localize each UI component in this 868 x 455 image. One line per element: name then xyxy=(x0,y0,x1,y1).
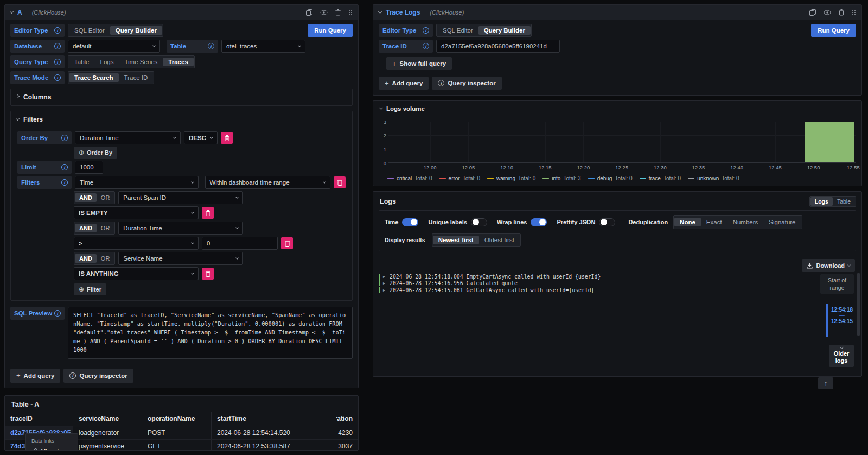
info-icon[interactable] xyxy=(61,179,68,186)
legend-item-critical[interactable]: criticalTotal: 0 xyxy=(387,175,432,181)
duplicate-icon[interactable] xyxy=(306,9,312,16)
collapse-chevron-icon[interactable] xyxy=(378,9,382,13)
delete-condition-button[interactable] xyxy=(202,268,214,280)
plot-area[interactable] xyxy=(388,122,856,163)
columns-section-header[interactable]: Columns xyxy=(16,93,347,102)
log-row[interactable]: ▸ 2024-06-28 12:54:16.956 Calculated quo… xyxy=(379,280,802,287)
and-option[interactable]: AND xyxy=(75,254,97,263)
scroll-to-top-button[interactable]: ↑ xyxy=(818,377,833,389)
condition-value-input[interactable]: 0 xyxy=(202,237,278,250)
info-icon[interactable] xyxy=(54,27,61,34)
col-header-operationname[interactable]: operationName xyxy=(142,412,212,426)
delete-condition-button[interactable] xyxy=(281,237,293,249)
info-icon[interactable] xyxy=(54,74,61,81)
query-builder-option[interactable]: Query Builder xyxy=(110,26,162,35)
oldest-first-option[interactable]: Oldest first xyxy=(479,236,520,244)
expand-chevron-icon[interactable]: ▸ xyxy=(383,288,387,293)
dedup-numbers[interactable]: Numbers xyxy=(727,218,764,226)
order-by-field-select[interactable]: Duration Time xyxy=(75,131,181,144)
condition-operator-select[interactable]: > xyxy=(74,237,199,250)
col-header-servicename[interactable]: serviceName xyxy=(73,412,142,426)
delete-filter-button[interactable] xyxy=(334,176,346,188)
download-button[interactable]: Download xyxy=(802,259,855,272)
query-type-logs[interactable]: Logs xyxy=(95,58,119,66)
condition-field-select[interactable]: Duration Time xyxy=(118,222,243,235)
legend-item-unknown[interactable]: unknownTotal: 0 xyxy=(688,175,739,181)
sql-editor-option[interactable]: SQL Editor xyxy=(437,26,478,35)
query-builder-option[interactable]: Query Builder xyxy=(478,26,531,35)
database-select[interactable]: default xyxy=(68,40,160,53)
expand-chevron-icon[interactable]: ▸ xyxy=(383,281,387,286)
wrap-lines-toggle[interactable] xyxy=(531,218,547,226)
add-query-button[interactable]: + Add query xyxy=(10,369,60,383)
sql-editor-option[interactable]: SQL Editor xyxy=(69,26,110,35)
query-type-timeseries[interactable]: Time Series xyxy=(119,58,163,66)
info-icon[interactable] xyxy=(54,43,61,49)
legend-item-debug[interactable]: debugTotal: 0 xyxy=(588,175,633,181)
info-logs-bar[interactable] xyxy=(805,122,854,162)
info-icon[interactable] xyxy=(61,164,68,170)
run-query-button[interactable]: Run Query xyxy=(308,24,353,37)
legend-item-trace[interactable]: traceTotal: 0 xyxy=(640,175,681,181)
prettify-json-toggle[interactable] xyxy=(599,218,615,226)
query-inspector-button[interactable]: Query inspector xyxy=(432,77,501,90)
delete-condition-button[interactable] xyxy=(202,207,214,219)
info-icon[interactable] xyxy=(54,59,61,65)
filter-field-select[interactable]: Time xyxy=(75,176,199,189)
col-header-traceid[interactable]: traceID xyxy=(5,412,73,426)
duplicate-icon[interactable] xyxy=(809,9,816,16)
col-header-duration[interactable]: duration xyxy=(336,412,358,426)
order-direction-select[interactable]: DESC xyxy=(184,131,218,144)
or-option[interactable]: OR xyxy=(97,224,114,232)
legend-item-error[interactable]: errorTotal: 0 xyxy=(439,175,480,181)
filters-section-header[interactable]: Filters xyxy=(16,115,347,124)
tab-table[interactable]: Table xyxy=(833,197,855,206)
drag-handle-icon[interactable] xyxy=(348,9,353,16)
query-inspector-button[interactable]: Query inspector xyxy=(63,369,133,383)
info-icon[interactable] xyxy=(208,43,214,49)
run-query-button[interactable]: Run Query xyxy=(811,24,856,37)
trace-search-option[interactable]: Trace Search xyxy=(69,73,119,82)
limit-input[interactable]: 1000 xyxy=(75,161,103,174)
info-icon[interactable] xyxy=(423,43,429,49)
condition-operator-select[interactable]: IS EMPTY xyxy=(74,206,199,219)
unique-labels-toggle[interactable] xyxy=(471,218,487,226)
add-query-button[interactable]: + Add query xyxy=(379,77,429,90)
logs-volume-header[interactable]: Logs volume xyxy=(373,104,861,115)
log-row[interactable]: ▸ 2024-06-28 12:54:18.004 EmptyCartAsync… xyxy=(379,273,802,280)
trace-id-option[interactable]: Trace ID xyxy=(119,73,154,82)
eye-icon[interactable] xyxy=(320,10,328,15)
add-filter-button[interactable]: ⊕ Filter xyxy=(74,283,106,295)
tab-logs[interactable]: Logs xyxy=(810,197,833,206)
show-full-query-button[interactable]: + Show full query xyxy=(386,57,452,70)
filter-value-select[interactable]: Within dashboard time range xyxy=(205,176,331,189)
trash-icon[interactable] xyxy=(335,9,341,16)
collapse-chevron-icon[interactable] xyxy=(10,9,14,13)
or-option[interactable]: OR xyxy=(97,193,114,202)
newest-first-option[interactable]: Newest first xyxy=(433,236,479,244)
info-icon[interactable] xyxy=(54,310,61,317)
info-icon[interactable] xyxy=(61,135,68,141)
eye-icon[interactable] xyxy=(824,10,831,15)
logs-scrollbar[interactable] xyxy=(857,273,860,336)
col-header-starttime[interactable]: startTime xyxy=(212,412,336,426)
older-logs-button[interactable]: Older logs xyxy=(829,345,854,367)
query-type-traces[interactable]: Traces xyxy=(163,58,193,66)
dedup-none[interactable]: None xyxy=(674,218,701,226)
and-option[interactable]: AND xyxy=(75,224,97,232)
table-select[interactable]: otel_traces xyxy=(221,40,305,53)
condition-field-select[interactable]: Service Name xyxy=(118,252,243,265)
legend-item-warning[interactable]: warningTotal: 0 xyxy=(487,175,535,181)
dedup-exact[interactable]: Exact xyxy=(701,218,727,226)
or-option[interactable]: OR xyxy=(97,254,114,263)
range-end-time[interactable]: 12:54:15 xyxy=(831,318,853,324)
info-icon[interactable] xyxy=(423,27,429,34)
trash-icon[interactable] xyxy=(839,9,844,16)
range-bar[interactable] xyxy=(826,304,828,337)
trace-id-input[interactable]: d2a7155ef6a928a05680e5ff6190241d xyxy=(436,40,560,53)
view-trace-menu-item[interactable]: View trace xyxy=(26,446,78,451)
add-order-by-button[interactable]: ⊕ Order By xyxy=(74,147,117,159)
legend-item-info[interactable]: infoTotal: 3 xyxy=(542,175,580,181)
log-row[interactable]: ▸ 2024-06-28 12:54:15.081 GetCartAsync c… xyxy=(379,287,802,294)
drag-handle-icon[interactable] xyxy=(852,9,856,16)
